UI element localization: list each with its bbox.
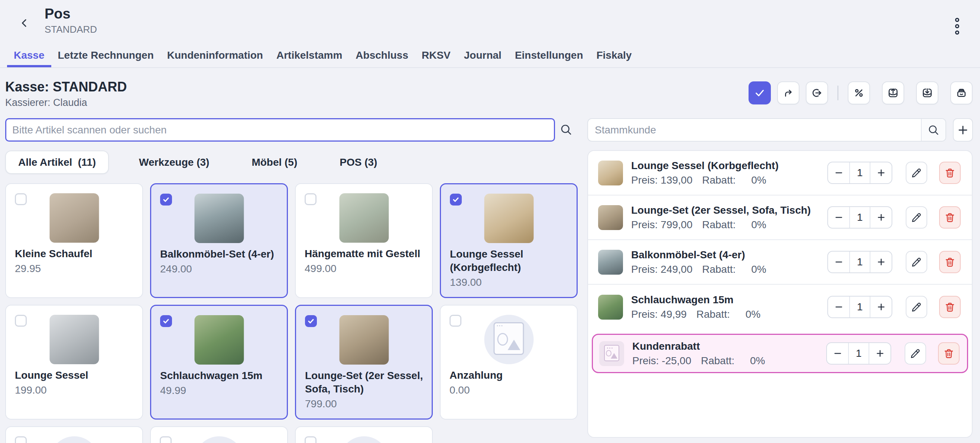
cart-item-row: Lounge Sessel (Korbgeflecht) Preis: 139,… <box>588 151 972 196</box>
cart-item-image <box>598 295 623 320</box>
quantity-value[interactable]: 1 <box>848 343 869 364</box>
delete-item-button[interactable] <box>939 296 961 318</box>
cart-item-rabatt-value: 0% <box>746 309 760 320</box>
tab-abschluss[interactable]: Abschluss <box>349 44 415 67</box>
product-checkbox[interactable] <box>160 436 172 443</box>
product-card[interactable]: Lounge Sessel (Korbgeflecht) 139.00 <box>440 183 578 298</box>
decrease-quantity-button[interactable] <box>828 163 849 183</box>
cart-item-name: Lounge Sessel (Korbgeflecht) <box>631 160 827 172</box>
cash-in-button[interactable] <box>916 81 939 104</box>
product-price: 29.95 <box>15 263 135 275</box>
product-card-partial[interactable] <box>295 426 433 443</box>
increase-quantity-button[interactable] <box>870 207 892 228</box>
customer-search-input[interactable] <box>588 119 921 141</box>
tab-einstellungen[interactable]: Einstellungen <box>508 44 590 67</box>
product-card[interactable]: Lounge Sessel 199.00 <box>5 305 143 419</box>
category-filter-bar: Alle Artikel (11) Werkzeuge (3) Möbel (5… <box>5 150 389 174</box>
product-checkbox[interactable] <box>305 193 317 205</box>
product-checkbox[interactable] <box>15 436 27 443</box>
product-checkbox[interactable] <box>305 315 317 327</box>
edit-item-button[interactable] <box>906 251 927 273</box>
filter-pos[interactable]: POS (3) <box>327 150 389 174</box>
product-image <box>49 193 99 243</box>
cart-item-rabatt-label: Rabatt: <box>702 174 735 186</box>
quantity-value[interactable]: 1 <box>849 296 870 317</box>
cart-item-name: Schlauchwagen 15m <box>631 294 827 306</box>
product-card[interactable]: Balkonmöbel-Set (4-er) 249.00 <box>150 183 288 298</box>
customer-search-button[interactable] <box>921 119 945 141</box>
quantity-value[interactable]: 1 <box>849 252 870 272</box>
increase-quantity-button[interactable] <box>870 252 892 272</box>
increase-quantity-button[interactable] <box>870 163 892 183</box>
edit-item-button[interactable] <box>906 206 927 229</box>
product-card-partial[interactable] <box>150 426 288 443</box>
decrease-quantity-button[interactable] <box>828 296 849 317</box>
back-button[interactable] <box>16 15 33 31</box>
edit-item-button[interactable] <box>906 296 927 318</box>
tab-rksv[interactable]: RKSV <box>415 44 457 67</box>
product-checkbox[interactable] <box>450 194 462 206</box>
filter-werkzeuge[interactable]: Werkzeuge (3) <box>127 150 221 174</box>
filter-alle-artikel[interactable]: Alle Artikel (11) <box>5 150 109 174</box>
product-card[interactable]: Anzahlung 0.00 <box>440 305 578 419</box>
cash-out-button[interactable] <box>882 81 904 104</box>
decrease-quantity-button[interactable] <box>828 207 849 228</box>
product-card[interactable]: Hängematte mit Gestell 499.00 <box>295 183 433 298</box>
product-card[interactable]: Kleine Schaufel 29.95 <box>5 183 143 298</box>
redo-button[interactable] <box>777 81 799 104</box>
kebab-menu-icon[interactable] <box>955 18 959 35</box>
cart-item-price: Preis: 49,99 <box>631 309 687 320</box>
discount-button[interactable] <box>848 81 870 104</box>
quantity-value[interactable]: 1 <box>849 163 870 183</box>
cart-panel: Lounge Sessel (Korbgeflecht) Preis: 139,… <box>587 150 972 438</box>
tab-kundeninformation[interactable]: Kundeninformation <box>161 44 270 67</box>
delete-item-button[interactable] <box>939 206 961 229</box>
delete-item-button[interactable] <box>939 251 961 273</box>
decrease-quantity-button[interactable] <box>828 252 849 272</box>
product-checkbox[interactable] <box>15 193 27 205</box>
product-card[interactable]: Lounge-Set (2er Sessel, Sofa, Tisch) 799… <box>295 305 433 419</box>
tab-artikelstamm[interactable]: Artikelstamm <box>270 44 349 67</box>
quantity-stepper: 1 <box>827 296 892 318</box>
cart-item-rabatt-label: Rabatt: <box>696 309 730 320</box>
article-search-input[interactable] <box>6 119 554 140</box>
search-icon[interactable] <box>560 123 573 136</box>
decrease-quantity-button[interactable] <box>827 343 848 364</box>
pencil-icon <box>911 212 922 223</box>
quantity-value[interactable]: 1 <box>849 207 870 228</box>
tab-kasse[interactable]: Kasse <box>7 44 51 67</box>
pencil-icon <box>911 257 922 268</box>
cash-drawer-button[interactable] <box>950 81 972 104</box>
product-image <box>194 315 244 365</box>
increase-quantity-button[interactable] <box>869 343 891 364</box>
tab-fiskaly[interactable]: Fiskaly <box>590 44 638 67</box>
trash-icon <box>944 167 956 178</box>
delete-item-button[interactable] <box>939 162 961 184</box>
edit-item-button[interactable] <box>906 162 927 184</box>
cart-item-price: Preis: -25,00 <box>632 355 691 367</box>
product-checkbox[interactable] <box>160 315 172 327</box>
add-customer-button[interactable] <box>953 118 973 142</box>
product-card[interactable]: Schlauchwagen 15m 49.99 <box>150 305 288 419</box>
product-price: 139.00 <box>450 277 569 288</box>
content-area: Kasse: STANDARD Kassierer: Claudia <box>0 68 980 443</box>
product-checkbox[interactable] <box>450 315 461 327</box>
increase-quantity-button[interactable] <box>870 296 892 317</box>
confirm-button[interactable] <box>749 81 771 104</box>
quantity-stepper: 1 <box>827 206 892 229</box>
logout-button[interactable] <box>806 81 828 104</box>
image-placeholder-icon <box>194 436 244 443</box>
tab-letzte-rechnungen[interactable]: Letzte Rechnungen <box>51 44 161 67</box>
filter-moebel[interactable]: Möbel (5) <box>239 150 309 174</box>
delete-item-button[interactable] <box>938 342 959 365</box>
product-image <box>339 193 388 243</box>
product-card-partial[interactable] <box>5 426 143 443</box>
product-checkbox[interactable] <box>160 194 172 206</box>
product-checkbox[interactable] <box>15 315 27 327</box>
product-checkbox[interactable] <box>305 436 317 443</box>
edit-item-button[interactable] <box>905 342 926 365</box>
tab-journal[interactable]: Journal <box>457 44 508 67</box>
product-name: Balkonmöbel-Set (4-er) <box>160 247 279 261</box>
cart-item-rabatt-label: Rabatt: <box>702 219 735 231</box>
product-image <box>194 194 244 243</box>
